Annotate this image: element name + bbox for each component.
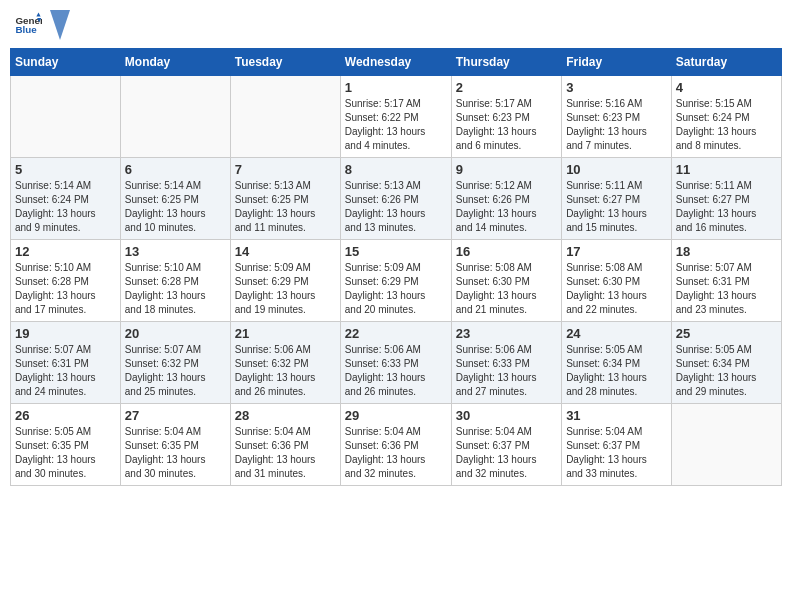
calendar-cell: 30Sunrise: 5:04 AM Sunset: 6:37 PM Dayli… (451, 404, 561, 486)
day-number: 4 (676, 80, 777, 95)
calendar-cell: 16Sunrise: 5:08 AM Sunset: 6:30 PM Dayli… (451, 240, 561, 322)
day-number: 22 (345, 326, 447, 341)
day-number: 9 (456, 162, 557, 177)
calendar-week-row: 26Sunrise: 5:05 AM Sunset: 6:35 PM Dayli… (11, 404, 782, 486)
day-number: 3 (566, 80, 667, 95)
day-info: Sunrise: 5:06 AM Sunset: 6:32 PM Dayligh… (235, 343, 336, 399)
weekday-header: Saturday (671, 49, 781, 76)
calendar-cell: 11Sunrise: 5:11 AM Sunset: 6:27 PM Dayli… (671, 158, 781, 240)
day-info: Sunrise: 5:05 AM Sunset: 6:34 PM Dayligh… (566, 343, 667, 399)
day-number: 2 (456, 80, 557, 95)
calendar-cell: 29Sunrise: 5:04 AM Sunset: 6:36 PM Dayli… (340, 404, 451, 486)
day-info: Sunrise: 5:09 AM Sunset: 6:29 PM Dayligh… (345, 261, 447, 317)
day-info: Sunrise: 5:14 AM Sunset: 6:25 PM Dayligh… (125, 179, 226, 235)
day-info: Sunrise: 5:17 AM Sunset: 6:22 PM Dayligh… (345, 97, 447, 153)
svg-marker-4 (50, 10, 70, 40)
calendar-cell: 7Sunrise: 5:13 AM Sunset: 6:25 PM Daylig… (230, 158, 340, 240)
weekday-header: Thursday (451, 49, 561, 76)
day-info: Sunrise: 5:04 AM Sunset: 6:36 PM Dayligh… (345, 425, 447, 481)
weekday-header: Wednesday (340, 49, 451, 76)
day-number: 13 (125, 244, 226, 259)
calendar-cell (671, 404, 781, 486)
calendar-cell: 10Sunrise: 5:11 AM Sunset: 6:27 PM Dayli… (562, 158, 672, 240)
weekday-header: Sunday (11, 49, 121, 76)
day-info: Sunrise: 5:11 AM Sunset: 6:27 PM Dayligh… (676, 179, 777, 235)
calendar-cell: 22Sunrise: 5:06 AM Sunset: 6:33 PM Dayli… (340, 322, 451, 404)
calendar-cell (11, 76, 121, 158)
day-info: Sunrise: 5:08 AM Sunset: 6:30 PM Dayligh… (456, 261, 557, 317)
day-info: Sunrise: 5:07 AM Sunset: 6:32 PM Dayligh… (125, 343, 226, 399)
day-number: 29 (345, 408, 447, 423)
calendar-cell: 17Sunrise: 5:08 AM Sunset: 6:30 PM Dayli… (562, 240, 672, 322)
calendar-cell: 14Sunrise: 5:09 AM Sunset: 6:29 PM Dayli… (230, 240, 340, 322)
day-number: 11 (676, 162, 777, 177)
calendar-cell (230, 76, 340, 158)
day-info: Sunrise: 5:06 AM Sunset: 6:33 PM Dayligh… (456, 343, 557, 399)
day-number: 21 (235, 326, 336, 341)
day-number: 28 (235, 408, 336, 423)
day-number: 7 (235, 162, 336, 177)
svg-text:Blue: Blue (15, 24, 37, 35)
calendar-cell: 15Sunrise: 5:09 AM Sunset: 6:29 PM Dayli… (340, 240, 451, 322)
day-info: Sunrise: 5:08 AM Sunset: 6:30 PM Dayligh… (566, 261, 667, 317)
day-info: Sunrise: 5:04 AM Sunset: 6:36 PM Dayligh… (235, 425, 336, 481)
day-number: 14 (235, 244, 336, 259)
day-number: 24 (566, 326, 667, 341)
day-number: 5 (15, 162, 116, 177)
calendar-cell: 6Sunrise: 5:14 AM Sunset: 6:25 PM Daylig… (120, 158, 230, 240)
day-info: Sunrise: 5:04 AM Sunset: 6:35 PM Dayligh… (125, 425, 226, 481)
day-info: Sunrise: 5:12 AM Sunset: 6:26 PM Dayligh… (456, 179, 557, 235)
day-info: Sunrise: 5:11 AM Sunset: 6:27 PM Dayligh… (566, 179, 667, 235)
calendar-cell: 19Sunrise: 5:07 AM Sunset: 6:31 PM Dayli… (11, 322, 121, 404)
calendar-cell: 21Sunrise: 5:06 AM Sunset: 6:32 PM Dayli… (230, 322, 340, 404)
day-info: Sunrise: 5:09 AM Sunset: 6:29 PM Dayligh… (235, 261, 336, 317)
calendar-cell: 26Sunrise: 5:05 AM Sunset: 6:35 PM Dayli… (11, 404, 121, 486)
calendar-cell: 1Sunrise: 5:17 AM Sunset: 6:22 PM Daylig… (340, 76, 451, 158)
day-info: Sunrise: 5:17 AM Sunset: 6:23 PM Dayligh… (456, 97, 557, 153)
day-number: 19 (15, 326, 116, 341)
logo-triangle-icon (50, 10, 70, 40)
calendar-cell: 8Sunrise: 5:13 AM Sunset: 6:26 PM Daylig… (340, 158, 451, 240)
calendar-cell: 28Sunrise: 5:04 AM Sunset: 6:36 PM Dayli… (230, 404, 340, 486)
weekday-header: Friday (562, 49, 672, 76)
day-number: 17 (566, 244, 667, 259)
calendar-week-row: 19Sunrise: 5:07 AM Sunset: 6:31 PM Dayli… (11, 322, 782, 404)
day-number: 30 (456, 408, 557, 423)
weekday-header-row: SundayMondayTuesdayWednesdayThursdayFrid… (11, 49, 782, 76)
weekday-header: Tuesday (230, 49, 340, 76)
day-number: 27 (125, 408, 226, 423)
page-header: General Blue (10, 10, 782, 40)
day-info: Sunrise: 5:04 AM Sunset: 6:37 PM Dayligh… (566, 425, 667, 481)
day-number: 8 (345, 162, 447, 177)
calendar-cell: 5Sunrise: 5:14 AM Sunset: 6:24 PM Daylig… (11, 158, 121, 240)
day-number: 16 (456, 244, 557, 259)
calendar-cell: 24Sunrise: 5:05 AM Sunset: 6:34 PM Dayli… (562, 322, 672, 404)
calendar-cell (120, 76, 230, 158)
calendar-week-row: 1Sunrise: 5:17 AM Sunset: 6:22 PM Daylig… (11, 76, 782, 158)
day-number: 1 (345, 80, 447, 95)
day-info: Sunrise: 5:05 AM Sunset: 6:34 PM Dayligh… (676, 343, 777, 399)
day-info: Sunrise: 5:06 AM Sunset: 6:33 PM Dayligh… (345, 343, 447, 399)
weekday-header: Monday (120, 49, 230, 76)
calendar-cell: 4Sunrise: 5:15 AM Sunset: 6:24 PM Daylig… (671, 76, 781, 158)
calendar-cell: 18Sunrise: 5:07 AM Sunset: 6:31 PM Dayli… (671, 240, 781, 322)
day-info: Sunrise: 5:07 AM Sunset: 6:31 PM Dayligh… (676, 261, 777, 317)
logo-icon: General Blue (14, 11, 42, 39)
calendar-cell: 2Sunrise: 5:17 AM Sunset: 6:23 PM Daylig… (451, 76, 561, 158)
day-info: Sunrise: 5:10 AM Sunset: 6:28 PM Dayligh… (125, 261, 226, 317)
calendar-cell: 31Sunrise: 5:04 AM Sunset: 6:37 PM Dayli… (562, 404, 672, 486)
calendar-cell: 9Sunrise: 5:12 AM Sunset: 6:26 PM Daylig… (451, 158, 561, 240)
day-number: 18 (676, 244, 777, 259)
day-number: 15 (345, 244, 447, 259)
day-info: Sunrise: 5:04 AM Sunset: 6:37 PM Dayligh… (456, 425, 557, 481)
day-info: Sunrise: 5:14 AM Sunset: 6:24 PM Dayligh… (15, 179, 116, 235)
calendar-week-row: 5Sunrise: 5:14 AM Sunset: 6:24 PM Daylig… (11, 158, 782, 240)
calendar-cell: 12Sunrise: 5:10 AM Sunset: 6:28 PM Dayli… (11, 240, 121, 322)
day-info: Sunrise: 5:13 AM Sunset: 6:26 PM Dayligh… (345, 179, 447, 235)
day-info: Sunrise: 5:13 AM Sunset: 6:25 PM Dayligh… (235, 179, 336, 235)
calendar-cell: 3Sunrise: 5:16 AM Sunset: 6:23 PM Daylig… (562, 76, 672, 158)
day-number: 25 (676, 326, 777, 341)
day-number: 20 (125, 326, 226, 341)
day-info: Sunrise: 5:05 AM Sunset: 6:35 PM Dayligh… (15, 425, 116, 481)
calendar-cell: 25Sunrise: 5:05 AM Sunset: 6:34 PM Dayli… (671, 322, 781, 404)
